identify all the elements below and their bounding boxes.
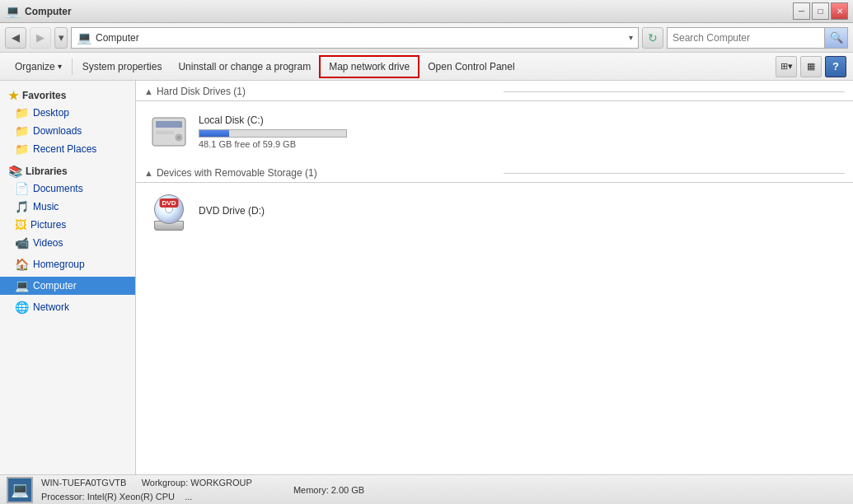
network-icon: 🌐 [15,301,29,314]
desktop-label: Desktop [33,107,69,119]
organize-label: Organize [15,61,55,72]
local-disk-info: Local Disk (C:) 48.1 GB free of 59.9 GB [199,114,840,149]
uninstall-label: Uninstall or change a program [178,61,311,72]
address-text: Computer [96,32,139,44]
recent-places-icon: 📁 [15,142,29,156]
map-network-button[interactable]: Map network drive [319,55,419,78]
homegroup-section: 🏠 Homegroup [0,255,135,273]
statusbar: 💻 WIN-TUEFA0TGVTB Workgroup: WORKGROUP P… [0,474,853,504]
back-button[interactable]: ◀ [5,27,26,49]
sidebar-item-computer[interactable]: 💻 Computer [0,277,135,295]
status-processor-more: ... [185,492,192,502]
toolbar-separator-1 [72,58,73,75]
hdd-section-header: ▲ Hard Disk Drives (1) [136,81,853,101]
music-icon: 🎵 [15,200,29,213]
documents-label: Documents [33,183,83,194]
sidebar-item-pictures[interactable]: 🖼 Pictures [0,216,135,234]
hdd-collapse-arrow[interactable]: ▲ [144,86,153,96]
pictures-label: Pictures [30,219,66,231]
local-disk-name: Local Disk (C:) [199,114,840,126]
libraries-icon: 📚 [8,165,22,178]
content-area: ▲ Hard Disk Drives (1) Local Disk (C:) [136,81,853,474]
local-disk-icon-wrap [149,115,189,148]
svg-rect-4 [156,131,174,134]
preview-pane-button[interactable]: ▦ [800,56,822,77]
organize-arrow: ▾ [58,62,62,71]
downloads-label: Downloads [33,125,82,137]
libraries-label: Libraries [26,166,68,177]
local-disk-free: 48.1 GB free of 59.9 GB [199,139,840,149]
recent-pages-button[interactable]: ▾ [54,27,68,49]
address-path[interactable]: 💻 Computer ▾ [71,27,639,49]
sidebar-item-desktop[interactable]: 📁 Desktop [0,104,135,122]
sidebar-item-homegroup[interactable]: 🏠 Homegroup [0,255,135,273]
change-view-button[interactable]: ⊞ ▾ [776,56,797,77]
organize-button[interactable]: Organize ▾ [7,55,70,78]
homegroup-label: Homegroup [33,259,85,270]
forward-button[interactable]: ▶ [30,27,51,49]
dvd-drive-name: DVD Drive (D:) [199,205,840,217]
status-processor: Processor: Intel(R) Xeon(R) CPU [41,492,175,502]
sidebar-item-downloads[interactable]: 📁 Downloads [0,122,135,140]
network-label: Network [33,301,69,313]
sidebar-item-videos[interactable]: 📹 Videos [0,234,135,252]
removable-collapse-arrow[interactable]: ▲ [144,168,153,178]
dvd-drive-icon-wrap [149,196,189,229]
open-control-label: Open Control Panel [428,61,514,72]
maximize-button[interactable]: □ [812,2,829,20]
desktop-icon: 📁 [15,106,29,119]
map-network-label: Map network drive [329,61,410,72]
view-arrow: ▾ [788,61,793,72]
homegroup-icon: 🏠 [15,258,29,271]
minimize-button[interactable]: ─ [793,2,810,20]
computer-label: Computer [33,280,77,292]
favorites-label: Favorites [22,90,66,101]
system-properties-label: System properties [82,61,162,72]
status-text: WIN-TUEFA0TGVTB Workgroup: WORKGROUP Pro… [41,476,252,503]
sidebar-item-documents[interactable]: 📄 Documents [0,180,135,198]
favorites-header[interactable]: ★ Favorites [0,86,135,104]
help-button[interactable]: ? [825,56,846,77]
status-workgroup: Workgroup: WORKGROUP [142,478,252,488]
uninstall-button[interactable]: Uninstall or change a program [170,55,319,78]
sidebar-item-network[interactable]: 🌐 Network [0,298,135,316]
favorites-section: ★ Favorites 📁 Desktop 📁 Downloads 📁 Rece… [0,86,135,158]
sidebar-item-recent-places[interactable]: 📁 Recent Places [0,140,135,158]
recent-places-label: Recent Places [33,143,96,155]
music-label: Music [33,201,59,212]
dvd-drive-info: DVD Drive (D:) [199,205,840,220]
window-title: Computer [25,6,793,17]
search-button[interactable]: 🔍 [824,28,847,48]
downloads-icon: 📁 [15,124,29,138]
libraries-section: 📚 Libraries 📄 Documents 🎵 Music 🖼 Pictur… [0,161,135,252]
toolbar: Organize ▾ System properties Uninstall o… [0,53,853,81]
libraries-header[interactable]: 📚 Libraries [0,161,135,180]
pictures-icon: 🖼 [15,218,26,231]
dvd-drive-item[interactable]: DVD Drive (D:) [136,189,853,236]
documents-icon: 📄 [15,182,29,195]
network-section: 🌐 Network [0,298,135,316]
status-memory: Memory: 2.00 GB [293,485,364,495]
addressbar: ◀ ▶ ▾ 💻 Computer ▾ ↻ 🔍 [0,23,853,53]
address-icon: 💻 [77,30,92,45]
local-disk-item[interactable]: Local Disk (C:) 48.1 GB free of 59.9 GB [136,108,853,156]
titlebar: 💻 Computer ─ □ ✕ [0,0,853,23]
local-disk-icon [151,116,187,147]
search-input[interactable] [668,32,824,44]
refresh-button[interactable]: ↻ [642,27,663,49]
search-box: 🔍 [667,27,848,49]
view-icon: ⊞ [780,61,788,72]
status-computer-icon: 💻 [7,477,33,503]
sidebar-item-music[interactable]: 🎵 Music [0,198,135,216]
dvd-disc-icon [154,194,184,224]
videos-label: Videos [33,237,63,249]
system-properties-button[interactable]: System properties [74,55,171,78]
open-control-panel-button[interactable]: Open Control Panel [419,55,523,78]
computer-icon: 💻 [15,279,29,292]
local-disk-bar-fill [199,130,229,137]
removable-section-header: ▲ Devices with Removable Storage (1) [136,162,853,183]
address-dropdown-arrow[interactable]: ▾ [629,33,633,42]
close-button[interactable]: ✕ [831,2,848,20]
window-controls: ─ □ ✕ [793,2,848,20]
main-layout: ★ Favorites 📁 Desktop 📁 Downloads 📁 Rece… [0,81,853,474]
